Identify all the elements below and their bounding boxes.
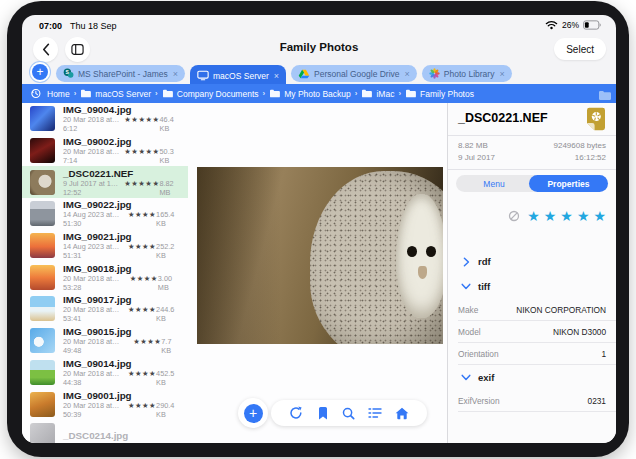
file-row--dsc0221-nef[interactable]: _DSC0221.NEF9 Jul 2017 at 1…12:52★★★★★8.… — [22, 166, 188, 198]
select-items-button[interactable] — [366, 404, 384, 422]
file-date: 14 Aug 2023 at…51:30 — [63, 210, 125, 228]
file-date: 20 Mar 2018 at…49:48 — [63, 337, 130, 355]
file-row-img-09001-jpg[interactable]: IMG_09001.jpg20 Mar 2018 at…50:39★★★★290… — [22, 388, 188, 420]
file-row-img-09004-jpg[interactable]: IMG_09004.jpg20 Mar 2018 at…6:12★★★★★46.… — [22, 103, 188, 135]
property-row-orientation: Orientation1 — [458, 343, 616, 365]
file-stars: ★★★★ — [128, 401, 156, 410]
status-right-cluster: 26% — [545, 20, 602, 30]
file-title: _DSC0221.NEF — [458, 111, 548, 125]
file-text: IMG_09001.jpg20 Mar 2018 at…50:39★★★★290… — [63, 390, 181, 419]
breadcrumb-item[interactable]: Company Documents — [162, 89, 259, 99]
section-header-tiff[interactable]: tiff — [448, 274, 616, 299]
folder-icon — [269, 89, 280, 98]
file-row-img-09018-jpg[interactable]: IMG_09018.jpg20 Mar 2018 at…53:28★★★★3.0… — [22, 261, 188, 293]
file-name: IMG_09015.jpg — [63, 326, 181, 337]
file-date: 20 Mar 2018 at…50:39 — [63, 401, 125, 419]
wifi-icon — [545, 20, 558, 30]
file-name: _DSC0221.NEF — [63, 168, 181, 179]
history-icon[interactable] — [30, 88, 41, 99]
file-text: IMG_09015.jpg20 Mar 2018 at…49:48★★★★7.7… — [63, 326, 181, 355]
tab-photo-library[interactable]: Photo Library× — [422, 65, 512, 82]
file-thumbnail — [30, 170, 55, 195]
close-tab-icon[interactable]: × — [405, 69, 410, 79]
file-date: 20 Mar 2018 at…53:28 — [63, 274, 127, 292]
home-button[interactable] — [393, 404, 411, 422]
tabs: SMS SharePoint - James×macOS Server×Pers… — [56, 65, 512, 86]
file-stars: ★★★★ — [128, 305, 156, 314]
tab-label: Personal Google Drive — [314, 69, 400, 79]
file-size: 165.4 KB — [156, 210, 181, 228]
file-date: 9 Jul 2017 — [458, 153, 495, 162]
file-row-img-09015-jpg[interactable]: IMG_09015.jpg20 Mar 2018 at…49:48★★★★7.7… — [22, 325, 188, 357]
breadcrumb-separator: › — [398, 89, 401, 98]
file-stars: ★★★★ — [128, 242, 156, 251]
preview-image-owl[interactable] — [197, 167, 443, 344]
search-button[interactable] — [340, 404, 358, 422]
file-text: IMG_09002.jpg20 Mar 2018 at…7:14★★★★★50.… — [63, 136, 181, 165]
tab-menu[interactable]: Menu — [456, 175, 532, 192]
tab-macos-server[interactable]: macOS Server× — [190, 65, 286, 86]
file-row-img-09002-jpg[interactable]: IMG_09002.jpg20 Mar 2018 at…7:14★★★★★50.… — [22, 135, 188, 167]
file-name: IMG_09021.jpg — [63, 231, 181, 242]
breadcrumb-folder-badge-icon[interactable] — [598, 87, 611, 105]
file-row-img-09022-jpg[interactable]: IMG_09022.jpg14 Aug 2023 at…51:30★★★★165… — [22, 198, 188, 230]
file-date: 20 Mar 2018 at…7:14 — [63, 147, 121, 165]
file-date: 20 Mar 2018 at…6:12 — [63, 115, 121, 133]
close-tab-icon[interactable]: × — [274, 71, 279, 81]
file-time: 16:12:52 — [575, 152, 606, 164]
breadcrumb-item[interactable]: macOS Server — [80, 89, 151, 99]
file-row-img-09014-jpg[interactable]: IMG_09014.jpg20 Mar 2018 at…44:38★★★★452… — [22, 357, 188, 389]
battery-icon — [583, 20, 602, 30]
breadcrumb-item[interactable]: My Photo Backup — [269, 89, 351, 99]
breadcrumb-separator: › — [263, 89, 266, 98]
property-value: NIKON D3000 — [553, 327, 606, 337]
rating-star[interactable]: ★ — [593, 209, 606, 223]
tab-ms-sharepoint-james[interactable]: SMS SharePoint - James× — [56, 65, 185, 82]
breadcrumb: Home›macOS Server›Company Documents›My P… — [22, 84, 616, 103]
tab-properties[interactable]: Properties — [529, 175, 608, 192]
owl-face — [396, 194, 443, 319]
file-thumbnail — [30, 233, 55, 258]
file-stars: ★★★★ — [128, 210, 156, 219]
rating-star[interactable]: ★ — [544, 209, 557, 223]
google-drive-icon — [298, 69, 310, 79]
property-value: 0231 — [588, 396, 606, 406]
breadcrumb-separator: › — [355, 89, 358, 98]
file-date: 20 Mar 2018 at…53:41 — [63, 305, 125, 323]
tab-label: MS SharePoint - James — [78, 69, 168, 79]
breadcrumb-item[interactable]: Home — [47, 89, 70, 99]
new-tab-button[interactable]: + — [32, 64, 48, 80]
nav-bar: Family Photos Select — [22, 35, 616, 63]
tab-personal-google-drive[interactable]: Personal Google Drive× — [291, 65, 417, 82]
add-button[interactable]: + — [238, 398, 268, 428]
file-size: 8.82 MB — [159, 179, 181, 197]
file-size: 8.82 MB — [458, 141, 488, 150]
rating-star[interactable]: ★ — [577, 209, 590, 223]
breadcrumb-label: macOS Server — [95, 89, 151, 99]
close-tab-icon[interactable]: × — [173, 69, 178, 79]
bookmark-button[interactable] — [314, 404, 332, 422]
property-label: Orientation — [458, 349, 499, 359]
file-stars: ★★★★★ — [124, 147, 159, 156]
file-thumbnail — [30, 392, 55, 417]
rating-star[interactable]: ★ — [560, 209, 573, 223]
breadcrumb-item[interactable]: Family Photos — [405, 89, 474, 99]
file-text: _DSC0221.NEF9 Jul 2017 at 1…12:52★★★★★8.… — [63, 168, 181, 197]
section-label: tiff — [478, 281, 490, 292]
file-stars: ★★★★★ — [124, 115, 159, 124]
file-name: IMG_09022.jpg — [63, 199, 181, 210]
close-tab-icon[interactable]: × — [499, 69, 504, 79]
section-header-exif[interactable]: exif — [448, 365, 616, 390]
file-date: 20 Mar 2018 at…44:38 — [63, 369, 125, 387]
file-name: IMG_09017.jpg — [63, 294, 181, 305]
refresh-button[interactable] — [287, 404, 305, 422]
section-header-rdf[interactable]: rdf — [448, 249, 616, 274]
file-row-img-09021-jpg[interactable]: IMG_09021.jpg14 Aug 2023 at…51:31★★★★252… — [22, 230, 188, 262]
file-row-img-09017-jpg[interactable]: IMG_09017.jpg20 Mar 2018 at…53:41★★★★244… — [22, 293, 188, 325]
select-button[interactable]: Select — [554, 38, 606, 60]
clear-rating-icon[interactable] — [508, 210, 520, 222]
breadcrumb-item[interactable]: iMac — [361, 89, 394, 99]
file-row--dsc0214-jpg[interactable]: _DSC0214.jpg — [22, 420, 188, 443]
rating-star[interactable]: ★ — [527, 209, 540, 223]
file-size: 46.4 KB — [160, 115, 181, 133]
